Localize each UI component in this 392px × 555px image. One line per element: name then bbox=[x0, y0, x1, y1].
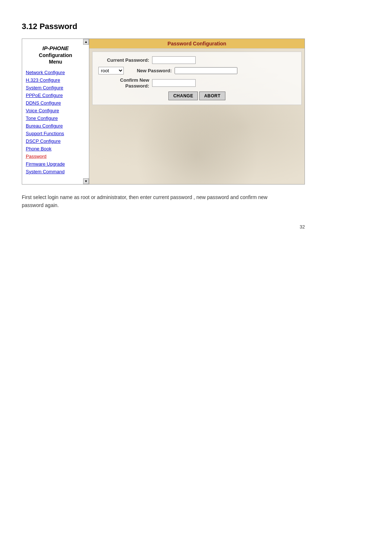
sidebar-header: IP-PHONE Configuration Menu bbox=[22, 42, 89, 69]
content-area: Password Configuration Current Password:… bbox=[89, 39, 305, 184]
sidebar-item-dscp-configure[interactable]: DSCP Configure bbox=[25, 137, 86, 145]
current-password-label: Current Password: bbox=[98, 57, 149, 63]
abort-button[interactable]: ABORT bbox=[199, 92, 225, 100]
sidebar-scroll-up[interactable]: ▲ bbox=[83, 39, 89, 45]
sidebar-item-voice-configure[interactable]: Voice Configure bbox=[25, 107, 86, 114]
sidebar-item-tone-configure[interactable]: Tone Configure bbox=[25, 114, 86, 122]
new-password-input[interactable] bbox=[175, 67, 237, 74]
password-form: Current Password: root administrator New… bbox=[92, 52, 302, 105]
sidebar-item-support-functions[interactable]: Support Functions bbox=[25, 130, 86, 137]
content-title-bar: Password Configuration bbox=[89, 39, 305, 49]
page-number: 32 bbox=[22, 224, 305, 230]
page-title: 3.12 Password bbox=[22, 22, 370, 31]
button-row: CHANGE ABORT bbox=[98, 92, 295, 100]
brand-line3: Menu bbox=[24, 58, 87, 65]
sidebar-item-system-command[interactable]: System Command bbox=[25, 168, 86, 175]
main-frame: ▲ IP-PHONE Configuration Menu Network Co… bbox=[22, 39, 305, 185]
confirm-password-row: Confirm New Password: bbox=[98, 77, 295, 89]
sidebar-item-h323-configure[interactable]: H.323 Configure bbox=[25, 76, 86, 84]
current-password-input[interactable] bbox=[152, 56, 196, 64]
sidebar-item-bureau-configure[interactable]: Bureau Configure bbox=[25, 122, 86, 130]
confirm-password-input[interactable] bbox=[152, 79, 196, 87]
change-button[interactable]: CHANGE bbox=[168, 92, 198, 100]
sidebar-item-firmware-upgrade[interactable]: Firmware Upgrade bbox=[25, 160, 86, 168]
confirm-new-label: Confirm New Password: bbox=[98, 77, 149, 89]
brand-line2: Configuration bbox=[24, 52, 87, 58]
current-password-row: Current Password: bbox=[98, 56, 295, 64]
user-select[interactable]: root administrator bbox=[98, 67, 124, 74]
sidebar-item-network-configure[interactable]: Network Configure bbox=[25, 69, 86, 76]
new-password-label: New Password: bbox=[128, 68, 172, 73]
user-select-row: root administrator New Password: bbox=[98, 67, 295, 74]
sidebar-scroll-down[interactable]: ▼ bbox=[83, 178, 89, 184]
sidebar-nav: Network ConfigureH.323 ConfigureSystem C… bbox=[22, 69, 89, 175]
description-text: First select login name as root or admin… bbox=[22, 193, 276, 210]
sidebar-item-system-configure[interactable]: System Configure bbox=[25, 84, 86, 92]
sidebar-item-ddns-configure[interactable]: DDNS Configure bbox=[25, 99, 86, 107]
sidebar-item-password[interactable]: Password bbox=[25, 153, 86, 160]
sidebar-item-phone-book[interactable]: Phone Book bbox=[25, 145, 86, 153]
sidebar-item-pppoe-configure[interactable]: PPPoE Configure bbox=[25, 92, 86, 99]
brand-line1: IP-PHONE bbox=[24, 45, 87, 52]
sidebar: ▲ IP-PHONE Configuration Menu Network Co… bbox=[22, 39, 89, 184]
